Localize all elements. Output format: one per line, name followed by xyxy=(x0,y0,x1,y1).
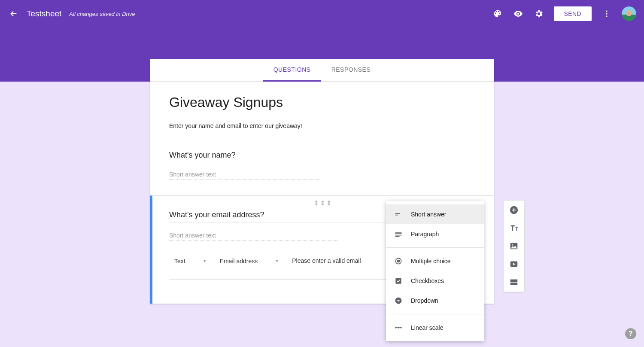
form-header-block[interactable]: Giveaway Signups Enter your name and ema… xyxy=(150,82,494,195)
radio-icon xyxy=(394,256,403,266)
tabs: QUESTIONS RESPONSES xyxy=(150,59,494,82)
question-1-title: What's your name? xyxy=(169,151,475,160)
question-2-answer-placeholder: Short answer text xyxy=(169,232,337,241)
send-button[interactable]: SEND xyxy=(554,6,592,21)
more-button[interactable] xyxy=(601,8,612,19)
dropdown-icon xyxy=(394,296,403,305)
menu-divider xyxy=(386,247,484,248)
svg-point-2 xyxy=(606,15,607,17)
svg-rect-9 xyxy=(395,236,400,237)
plus-circle-icon xyxy=(509,205,519,215)
linear-scale-icon xyxy=(394,323,403,332)
validation-type-select[interactable]: Text ▼ xyxy=(174,258,207,265)
menu-item-linear-scale[interactable]: Linear scale xyxy=(386,318,484,338)
tab-responses[interactable]: RESPONSES xyxy=(321,59,381,81)
palette-icon xyxy=(493,9,502,18)
add-section-button[interactable] xyxy=(509,277,519,287)
add-image-button[interactable] xyxy=(509,241,519,251)
menu-item-multiple-choice[interactable]: Multiple choice xyxy=(386,251,484,271)
svg-point-1 xyxy=(606,13,607,14)
menu-divider xyxy=(386,314,484,314)
arrow-left-icon xyxy=(9,9,18,18)
chevron-down-icon: ▼ xyxy=(203,259,207,263)
svg-rect-7 xyxy=(395,233,402,234)
save-status: All changes saved in Drive xyxy=(69,11,135,17)
menu-label: Linear scale xyxy=(411,324,444,331)
menu-label: Checkboxes xyxy=(411,277,444,284)
menu-item-paragraph[interactable]: Paragraph xyxy=(386,224,484,244)
menu-label: Short answer xyxy=(411,211,446,218)
menu-item-short-answer[interactable]: Short answer xyxy=(386,204,484,224)
svg-rect-5 xyxy=(395,215,398,216)
settings-button[interactable] xyxy=(533,8,544,19)
topbar: Testsheet All changes saved in Drive SEN… xyxy=(0,0,644,27)
menu-label: Multiple choice xyxy=(411,258,451,265)
svg-point-11 xyxy=(397,260,400,263)
svg-rect-4 xyxy=(395,213,401,214)
chevron-down-icon: ▼ xyxy=(275,259,279,263)
svg-rect-17 xyxy=(396,327,401,328)
section-icon xyxy=(509,277,519,287)
paragraph-icon xyxy=(394,229,403,239)
svg-point-0 xyxy=(606,11,607,12)
topbar-right: SEND xyxy=(492,6,637,21)
add-video-button[interactable] xyxy=(509,259,519,269)
svg-rect-23 xyxy=(510,283,518,285)
validation-subtype-select[interactable]: Email address ▼ xyxy=(220,258,279,265)
document-title[interactable]: Testsheet xyxy=(27,9,61,18)
side-toolbar xyxy=(503,200,525,292)
help-button[interactable]: ? xyxy=(625,328,636,339)
add-title-button[interactable] xyxy=(509,223,519,233)
svg-rect-6 xyxy=(395,232,402,233)
svg-rect-22 xyxy=(510,280,518,282)
text-icon xyxy=(509,223,519,233)
checkbox-icon xyxy=(394,276,403,286)
svg-rect-8 xyxy=(395,235,402,236)
drag-handle-icon[interactable]: ● ● ●● ● ● xyxy=(315,200,331,205)
menu-label: Paragraph xyxy=(411,231,439,237)
account-avatar[interactable] xyxy=(622,6,636,21)
validation-type-value: Text xyxy=(174,258,185,265)
question-1-answer-placeholder: Short answer text xyxy=(169,171,322,180)
menu-item-checkboxes[interactable]: Checkboxes xyxy=(386,271,484,291)
video-icon xyxy=(509,259,519,269)
form-description[interactable]: Enter your name and email to enter our g… xyxy=(169,122,475,129)
question-block-1[interactable]: What's your name? Short answer text xyxy=(169,151,475,191)
form-title[interactable]: Giveaway Signups xyxy=(169,94,475,110)
preview-button[interactable] xyxy=(513,8,524,19)
eye-icon xyxy=(513,9,523,19)
tab-questions[interactable]: QUESTIONS xyxy=(263,59,321,81)
short-answer-icon xyxy=(394,210,403,219)
help-icon: ? xyxy=(629,330,633,338)
add-question-button[interactable] xyxy=(509,205,519,215)
svg-point-20 xyxy=(512,244,513,246)
svg-rect-12 xyxy=(395,278,401,283)
more-vert-icon xyxy=(602,9,611,18)
menu-label: Dropdown xyxy=(411,297,438,304)
menu-item-dropdown[interactable]: Dropdown xyxy=(386,291,484,310)
validation-subtype-value: Email address xyxy=(220,258,258,265)
question-type-menu: Short answer Paragraph Multiple choice C… xyxy=(386,201,484,341)
gear-icon xyxy=(534,9,544,18)
validation-error-text-input[interactable] xyxy=(292,256,386,266)
theme-button[interactable] xyxy=(492,8,503,19)
image-icon xyxy=(509,241,519,251)
back-button[interactable] xyxy=(8,8,20,20)
